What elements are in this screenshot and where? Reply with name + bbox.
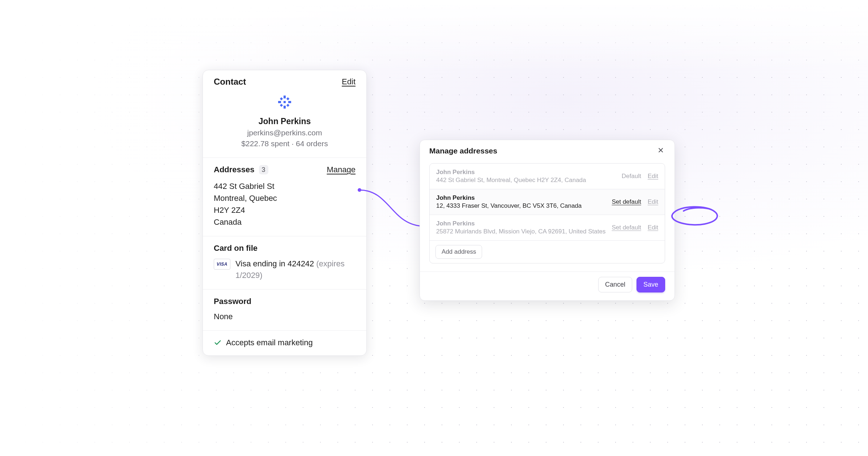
svg-rect-0 <box>284 101 286 103</box>
contact-title: Contact <box>214 77 246 87</box>
address-list: John Perkins 442 St Gabriel St, Montreal… <box>429 163 665 263</box>
contact-name: John Perkins <box>214 117 356 126</box>
address-line-1: 442 St Gabriel St <box>214 180 356 192</box>
address-add-area: Add address <box>430 241 665 263</box>
contact-email: jperkins@perkins.com <box>214 128 356 137</box>
check-icon <box>214 339 222 347</box>
fade-overlay-top <box>0 0 868 72</box>
svg-rect-8 <box>280 97 283 100</box>
marketing-section: Accepts email marketing <box>203 330 366 355</box>
add-address-button[interactable]: Add address <box>435 245 482 259</box>
svg-rect-7 <box>286 104 289 107</box>
address-line: 12, 4333 Fraser St, Vancouver, BC V5X 3T… <box>436 202 582 210</box>
address-row: John Perkins 12, 4333 Fraser St, Vancouv… <box>430 189 665 215</box>
address-line: 25872 Muirlands Blvd, Mission Viejo, CA … <box>436 228 605 235</box>
cancel-button[interactable]: Cancel <box>598 277 632 292</box>
address-name: John Perkins <box>436 169 586 176</box>
address-row: John Perkins 25872 Muirlands Blvd, Missi… <box>430 215 665 241</box>
svg-rect-4 <box>288 101 291 103</box>
address-line-2: Montreal, Quebec <box>214 192 356 204</box>
modal-title: Manage addresses <box>429 147 497 155</box>
contact-header: Contact Edit <box>203 70 366 93</box>
default-address: 442 St Gabriel St Montreal, Quebec H2Y 2… <box>214 180 356 228</box>
contact-card: Contact Edit John Perkins jperkins@perki <box>203 70 367 356</box>
set-default-link[interactable]: Set default <box>612 224 641 231</box>
address-name: John Perkins <box>436 194 582 202</box>
marketing-status-text: Accepts email marketing <box>226 338 313 347</box>
modal-footer: Cancel Save <box>420 271 675 300</box>
edit-contact-link[interactable]: Edit <box>342 77 356 86</box>
close-icon <box>658 147 664 155</box>
card-description: Visa ending in 424242 (expires 1/2029) <box>235 258 356 281</box>
svg-rect-1 <box>284 96 286 98</box>
addresses-label: Addresses <box>214 165 255 174</box>
avatar-icon <box>277 94 293 110</box>
edit-address-link[interactable]: Edit <box>648 198 658 206</box>
address-row: John Perkins 442 St Gabriel St, Montreal… <box>430 164 665 189</box>
address-line-4: Canada <box>214 216 356 228</box>
manage-addresses-modal: Manage addresses John Perkins 442 St Gab… <box>420 140 675 301</box>
contact-spend: $222.78 spent · 64 orders <box>214 139 356 148</box>
connector-line <box>357 187 425 231</box>
manage-addresses-link[interactable]: Manage <box>327 165 356 174</box>
svg-rect-6 <box>280 104 283 107</box>
edit-address-link[interactable]: Edit <box>648 224 658 231</box>
address-line-3: H2Y 2Z4 <box>214 204 356 216</box>
highlight-scribble <box>668 204 722 227</box>
visa-card-icon: VISA <box>214 259 230 270</box>
card-text-main: Visa ending in 424242 <box>235 259 314 268</box>
edit-address-link[interactable]: Edit <box>648 173 658 180</box>
address-line: 442 St Gabriel St, Montreal, Quebec H2Y … <box>436 177 586 184</box>
password-section: Password None <box>203 289 366 330</box>
card-section: Card on file VISA Visa ending in 424242 … <box>203 236 366 289</box>
svg-rect-2 <box>284 106 286 109</box>
svg-rect-5 <box>286 97 289 100</box>
save-button[interactable]: Save <box>637 277 665 292</box>
addresses-count-badge: 3 <box>259 165 268 174</box>
default-badge: Default <box>622 173 641 180</box>
addresses-section: Addresses 3 Manage 442 St Gabriel St Mon… <box>203 157 366 236</box>
close-modal-button[interactable] <box>656 147 665 155</box>
set-default-link[interactable]: Set default <box>612 198 641 206</box>
address-name: John Perkins <box>436 220 605 227</box>
card-on-file-label: Card on file <box>214 244 258 253</box>
password-label: Password <box>214 297 251 306</box>
modal-header: Manage addresses <box>420 140 675 161</box>
contact-profile: John Perkins jperkins@perkins.com $222.7… <box>203 93 366 157</box>
password-value: None <box>214 311 356 322</box>
svg-rect-3 <box>278 101 281 103</box>
